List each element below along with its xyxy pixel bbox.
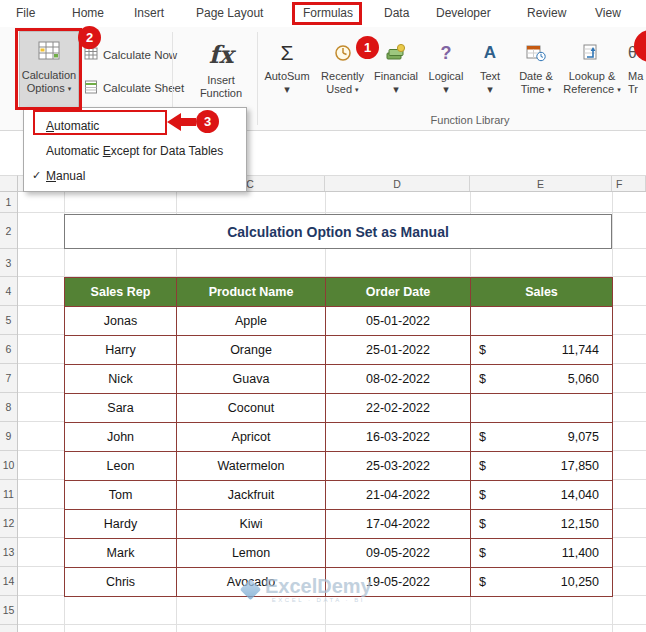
menu-item-manual[interactable]: ✓ Manual [24,163,246,188]
cell-product-name[interactable]: Coconut [177,394,326,423]
tab-file[interactable]: File [16,6,35,20]
column-header[interactable]: D [325,176,470,191]
cell-sales-rep[interactable]: Sara [65,394,177,423]
cell-sales-rep[interactable]: John [65,423,177,452]
sheet-title-cell[interactable]: Calculation Option Set as Manual [64,214,612,249]
header-sales[interactable]: Sales [471,278,613,307]
row-header[interactable]: 13 [0,538,17,567]
calculate-sheet-icon [84,80,98,96]
cell-order-date[interactable]: 25-01-2022 [326,336,471,365]
tab-developer[interactable]: Developer [436,6,491,20]
cell-product-name[interactable]: Watermelon [177,452,326,481]
exceldemy-watermark: ExcelDemy EXCEL · DATA · BI [243,576,372,603]
row-header[interactable]: 5 [0,306,17,335]
cell-order-date[interactable]: 25-03-2022 [326,452,471,481]
cell-order-date[interactable]: 05-01-2022 [326,307,471,336]
financial-icon [386,36,406,70]
chevron-down-icon: ▾ [355,86,359,93]
table-row: Nick Guava 08-02-2022 $ 5,060 [65,365,613,394]
cell-order-date[interactable]: 17-04-2022 [326,510,471,539]
currency-symbol: $ [479,343,486,357]
logical-button[interactable]: ? Logical ▾ [424,36,468,96]
column-header[interactable]: F [612,176,646,191]
header-order-date[interactable]: Order Date [326,278,471,307]
currency-symbol: $ [479,372,486,386]
row-header[interactable]: 4 [0,277,17,306]
cell-sales[interactable] [471,394,613,423]
tab-view[interactable]: View [595,6,621,20]
cell-order-date[interactable]: 21-04-2022 [326,481,471,510]
tab-review[interactable]: Review [527,6,566,20]
row-header[interactable]: 2 [0,213,17,249]
row-headers: 123456789101112131415 [0,192,18,632]
cell-product-name[interactable]: Kiwi [177,510,326,539]
column-header[interactable]: E [470,176,612,191]
cell-order-date[interactable]: 22-02-2022 [326,394,471,423]
cell-sales-rep[interactable]: Hardy [65,510,177,539]
row-header[interactable]: 8 [0,393,17,422]
calculate-sheet-button[interactable]: Calculate Sheet [84,79,184,96]
row-header[interactable]: 11 [0,480,17,509]
row-header[interactable]: 15 [0,596,17,625]
cell-sales-rep[interactable]: Nick [65,365,177,394]
row-header[interactable]: 14 [0,567,17,596]
tab-data[interactable]: Data [384,6,409,20]
tab-insert[interactable]: Insert [134,6,164,20]
autosum-button[interactable]: Σ AutoSum ▾ [262,36,312,96]
cell-order-date[interactable]: 16-03-2022 [326,423,471,452]
lookup-reference-icon [582,36,602,70]
cell-sales[interactable]: $ 9,075 [471,423,613,452]
cell-sales[interactable]: $ 17,850 [471,452,613,481]
tab-home[interactable]: Home [72,6,104,20]
cell-sales[interactable]: $ 11,744 [471,336,613,365]
tab-page-layout[interactable]: Page Layout [196,6,263,20]
cell-product-name[interactable]: Lemon [177,539,326,568]
cell-sales-rep[interactable]: Leon [65,452,177,481]
cell-sales-rep[interactable]: Mark [65,539,177,568]
menu-item-label: Manual [46,169,85,183]
select-all-corner[interactable] [0,175,18,192]
row-header[interactable]: 3 [0,249,17,277]
cell-sales-rep[interactable]: Jonas [65,307,177,336]
menu-item-label: Automatic Except for Data Tables [46,144,223,158]
row-header[interactable]: 12 [0,509,17,538]
data-table: Sales Rep Product Name Order Date Sales … [64,277,613,597]
date-time-button[interactable]: Date & Time ▾ [512,36,560,96]
cell-sales[interactable]: $ 11,400 [471,539,613,568]
insert-function-button[interactable]: fx Insert Function [189,34,253,100]
text-icon: A [484,36,496,70]
row-header[interactable]: 9 [0,422,17,451]
cell-product-name[interactable]: Guava [177,365,326,394]
row-header[interactable]: 7 [0,364,17,393]
cell-sales-rep[interactable]: Harry [65,336,177,365]
row-header[interactable]: 1 [0,192,17,213]
chevron-down-icon: ▾ [393,83,399,96]
text-button[interactable]: A Text ▾ [470,36,510,96]
cell-order-date[interactable]: 08-02-2022 [326,365,471,394]
calculate-now-label: Calculate Now [103,49,177,61]
menu-item-automatic-except-data-tables[interactable]: Automatic Except for Data Tables [24,138,246,163]
cell-sales[interactable]: $ 10,250 [471,568,613,597]
cell-sales[interactable]: $ 14,040 [471,481,613,510]
cell-sales[interactable]: $ 12,150 [471,510,613,539]
cell-product-name[interactable]: Apple [177,307,326,336]
cell-sales-rep[interactable]: Chris [65,568,177,597]
cell-sales[interactable] [471,307,613,336]
cell-product-name[interactable]: Jackfruit [177,481,326,510]
chevron-down-icon: ▾ [284,83,290,96]
lookup-reference-button[interactable]: Lookup & Reference ▾ [560,36,624,96]
header-product-name[interactable]: Product Name [177,278,326,307]
cell-product-name[interactable]: Orange [177,336,326,365]
cell-order-date[interactable]: 09-05-2022 [326,539,471,568]
row-header[interactable]: 6 [0,335,17,364]
chevron-down-icon: ▾ [617,86,621,93]
cell-product-name[interactable]: Apricot [177,423,326,452]
row-header[interactable]: 10 [0,451,17,480]
cell-sales[interactable]: $ 5,060 [471,365,613,394]
sales-value: 10,250 [561,575,599,589]
cell-sales-rep[interactable]: Tom [65,481,177,510]
financial-button[interactable]: Financial ▾ [372,36,420,96]
annotation-box-formulas-tab [292,2,362,25]
header-sales-rep[interactable]: Sales Rep [65,278,177,307]
calculate-now-button[interactable]: Calculate Now [84,46,177,63]
